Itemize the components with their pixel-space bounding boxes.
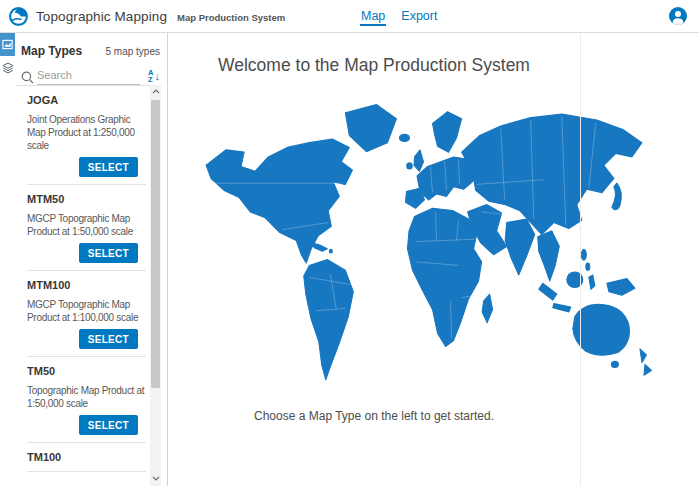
map-type-name: JOGA: [27, 93, 146, 107]
sidebar-scrollbar[interactable]: [150, 85, 161, 486]
welcome-heading: Welcome to the Map Production System: [168, 55, 580, 76]
select-map-type-button[interactable]: SELECT: [79, 243, 138, 263]
tab-map[interactable]: Map: [360, 2, 386, 31]
scroll-down-icon[interactable]: [150, 472, 161, 484]
map-type-card: TM100: [27, 443, 146, 472]
app-subtitle: Map Production System: [177, 9, 285, 23]
map-type-description: MGCP Topographic Map Product at 1:50,000…: [27, 212, 145, 238]
sort-az-icon[interactable]: AZ↓: [148, 69, 160, 83]
map-type-name: TM50: [27, 364, 146, 378]
map-type-card: TM50 Topographic Map Product at 1:50,000…: [27, 357, 146, 443]
search-icon: [21, 70, 34, 83]
helper-text: Choose a Map Type on the left to get sta…: [168, 409, 580, 423]
app-window: Topographic Mapping Map Production Syste…: [0, 0, 699, 487]
map-types-count: 5 map types: [106, 46, 160, 57]
main-content: Welcome to the Map Production System: [168, 33, 699, 486]
layers-icon[interactable]: [0, 56, 15, 79]
map-type-description: Topographic Map Product at 1:50,000 scal…: [27, 384, 145, 410]
select-map-type-button[interactable]: SELECT: [79, 157, 138, 177]
map-types-panel: Map Types 5 map types AZ↓ JOGA Joint Ope…: [15, 33, 168, 486]
scrollbar-thumb[interactable]: [151, 100, 160, 388]
map-type-description: Joint Operations Graphic Map Product at …: [27, 113, 145, 152]
map-type-card: MTM50 MGCP Topographic Map Product at 1:…: [27, 185, 146, 271]
panel-title: Map Types: [21, 44, 82, 58]
user-account-icon[interactable]: [669, 7, 687, 25]
select-map-type-button[interactable]: SELECT: [79, 415, 138, 435]
select-map-type-button[interactable]: SELECT: [79, 329, 138, 349]
map-type-name: TM100: [27, 450, 146, 464]
tab-export[interactable]: Export: [400, 2, 438, 31]
map-type-name: MTM50: [27, 192, 146, 206]
app-title: Topographic Mapping: [36, 9, 167, 24]
world-map: [180, 95, 671, 393]
sidebar-icon-strip: [0, 33, 15, 486]
map-type-name: MTM100: [27, 278, 146, 292]
map-type-list: JOGA Joint Operations Graphic Map Produc…: [15, 85, 154, 486]
map-type-card: JOGA Joint Operations Graphic Map Produc…: [27, 86, 146, 185]
header-tabs: Map Export: [360, 0, 438, 33]
map-type-description: MGCP Topographic Map Product at 1:100,00…: [27, 298, 145, 324]
map-products-panel-icon[interactable]: [0, 33, 15, 56]
scroll-up-icon[interactable]: [150, 85, 161, 97]
search-input[interactable]: [37, 67, 140, 85]
globe-logo-icon: [9, 7, 28, 26]
main-panel-divider: [580, 33, 581, 486]
map-type-card: MTM100 MGCP Topographic Map Product at 1…: [27, 271, 146, 357]
app-header: Topographic Mapping Map Production Syste…: [0, 0, 699, 33]
